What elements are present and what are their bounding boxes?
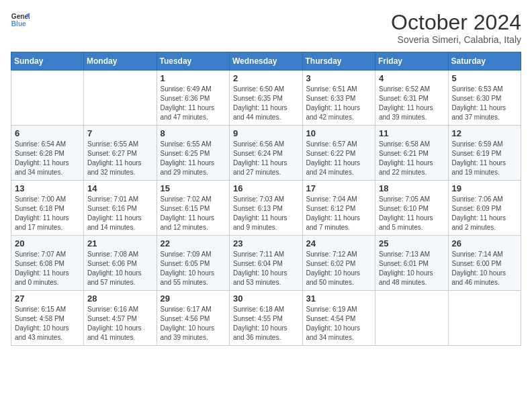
day-number: 26 — [452, 238, 518, 248]
calendar-cell: 3Sunrise: 6:51 AM Sunset: 6:33 PM Daylig… — [302, 71, 375, 126]
calendar-cell: 22Sunrise: 7:09 AM Sunset: 6:05 PM Dayli… — [157, 236, 230, 291]
day-detail: Sunrise: 7:06 AM Sunset: 6:09 PM Dayligh… — [452, 195, 518, 232]
logo-icon: General Blue — [11, 11, 30, 30]
day-number: 11 — [379, 128, 445, 138]
calendar-cell: 17Sunrise: 7:04 AM Sunset: 6:12 PM Dayli… — [302, 181, 375, 236]
day-detail: Sunrise: 7:00 AM Sunset: 6:18 PM Dayligh… — [15, 195, 80, 232]
header-saturday: Saturday — [448, 52, 521, 71]
day-detail: Sunrise: 7:04 AM Sunset: 6:12 PM Dayligh… — [306, 195, 372, 232]
calendar-cell: 25Sunrise: 7:13 AM Sunset: 6:01 PM Dayli… — [375, 236, 449, 291]
day-detail: Sunrise: 7:02 AM Sunset: 6:15 PM Dayligh… — [161, 195, 226, 232]
day-number: 8 — [161, 128, 226, 138]
calendar-header-row: SundayMondayTuesdayWednesdayThursdayFrid… — [11, 52, 521, 71]
calendar-cell: 23Sunrise: 7:11 AM Sunset: 6:04 PM Dayli… — [230, 236, 303, 291]
day-number: 27 — [15, 293, 80, 304]
day-detail: Sunrise: 6:52 AM Sunset: 6:31 PM Dayligh… — [379, 85, 445, 122]
calendar-cell: 24Sunrise: 7:12 AM Sunset: 6:02 PM Dayli… — [302, 236, 375, 291]
day-detail: Sunrise: 6:16 AM Sunset: 4:57 PM Dayligh… — [87, 305, 153, 342]
calendar-cell: 10Sunrise: 6:57 AM Sunset: 6:22 PM Dayli… — [302, 126, 375, 181]
day-detail: Sunrise: 7:03 AM Sunset: 6:13 PM Dayligh… — [233, 195, 299, 232]
day-detail: Sunrise: 6:15 AM Sunset: 4:58 PM Dayligh… — [15, 305, 80, 342]
day-detail: Sunrise: 7:09 AM Sunset: 6:05 PM Dayligh… — [161, 250, 226, 287]
day-detail: Sunrise: 6:50 AM Sunset: 6:35 PM Dayligh… — [233, 85, 299, 122]
day-number: 25 — [379, 238, 445, 248]
day-number: 23 — [233, 238, 299, 248]
day-number: 24 — [306, 238, 372, 248]
calendar-cell: 16Sunrise: 7:03 AM Sunset: 6:13 PM Dayli… — [230, 181, 303, 236]
day-number: 29 — [161, 293, 226, 304]
header-wednesday: Wednesday — [230, 52, 303, 71]
calendar-cell: 30Sunrise: 6:18 AM Sunset: 4:55 PM Dayli… — [230, 291, 303, 346]
week-row-0: 1Sunrise: 6:49 AM Sunset: 6:36 PM Daylig… — [11, 71, 521, 126]
day-number: 4 — [379, 73, 445, 83]
calendar-cell: 12Sunrise: 6:59 AM Sunset: 6:19 PM Dayli… — [448, 126, 521, 181]
day-number: 10 — [306, 128, 372, 138]
svg-text:Blue: Blue — [11, 20, 26, 28]
calendar-cell: 14Sunrise: 7:01 AM Sunset: 6:16 PM Dayli… — [84, 181, 157, 236]
day-number: 1 — [161, 73, 226, 83]
day-number: 20 — [15, 238, 80, 248]
calendar-cell: 15Sunrise: 7:02 AM Sunset: 6:15 PM Dayli… — [157, 181, 230, 236]
header-friday: Friday — [375, 52, 449, 71]
day-number: 16 — [233, 183, 299, 193]
day-number: 15 — [161, 183, 226, 193]
calendar-cell: 21Sunrise: 7:08 AM Sunset: 6:06 PM Dayli… — [84, 236, 157, 291]
logo: General Blue General Blue — [11, 11, 30, 30]
calendar-cell — [84, 71, 157, 126]
day-detail: Sunrise: 6:55 AM Sunset: 6:25 PM Dayligh… — [161, 140, 226, 177]
calendar-cell — [11, 71, 84, 126]
day-number: 22 — [161, 238, 226, 248]
day-number: 14 — [87, 183, 153, 193]
calendar-cell: 7Sunrise: 6:55 AM Sunset: 6:27 PM Daylig… — [84, 126, 157, 181]
header-tuesday: Tuesday — [157, 52, 230, 71]
calendar-cell: 9Sunrise: 6:56 AM Sunset: 6:24 PM Daylig… — [230, 126, 303, 181]
day-number: 6 — [15, 128, 80, 138]
day-detail: Sunrise: 7:01 AM Sunset: 6:16 PM Dayligh… — [87, 195, 153, 232]
day-detail: Sunrise: 7:13 AM Sunset: 6:01 PM Dayligh… — [379, 250, 445, 287]
calendar-cell: 2Sunrise: 6:50 AM Sunset: 6:35 PM Daylig… — [230, 71, 303, 126]
day-number: 21 — [87, 238, 153, 248]
calendar-cell: 31Sunrise: 6:19 AM Sunset: 4:54 PM Dayli… — [302, 291, 375, 346]
day-number: 31 — [306, 293, 372, 304]
calendar-cell: 8Sunrise: 6:55 AM Sunset: 6:25 PM Daylig… — [157, 126, 230, 181]
day-detail: Sunrise: 6:59 AM Sunset: 6:19 PM Dayligh… — [452, 140, 518, 177]
calendar-cell: 18Sunrise: 7:05 AM Sunset: 6:10 PM Dayli… — [375, 181, 449, 236]
day-detail: Sunrise: 6:18 AM Sunset: 4:55 PM Dayligh… — [233, 305, 299, 342]
day-number: 3 — [306, 73, 372, 83]
calendar-cell: 1Sunrise: 6:49 AM Sunset: 6:36 PM Daylig… — [157, 71, 230, 126]
calendar-cell: 5Sunrise: 6:53 AM Sunset: 6:30 PM Daylig… — [448, 71, 521, 126]
week-row-2: 13Sunrise: 7:00 AM Sunset: 6:18 PM Dayli… — [11, 181, 521, 236]
title-block: October 2024 Soveria Simeri, Calabria, I… — [391, 11, 521, 45]
calendar-cell: 29Sunrise: 6:17 AM Sunset: 4:56 PM Dayli… — [157, 291, 230, 346]
day-number: 2 — [233, 73, 299, 83]
calendar-body: 1Sunrise: 6:49 AM Sunset: 6:36 PM Daylig… — [11, 71, 521, 346]
calendar-cell: 13Sunrise: 7:00 AM Sunset: 6:18 PM Dayli… — [11, 181, 84, 236]
page-header: General Blue General Blue October 2024 S… — [11, 11, 521, 45]
day-number: 19 — [452, 183, 518, 193]
calendar-cell: 6Sunrise: 6:54 AM Sunset: 6:28 PM Daylig… — [11, 126, 84, 181]
day-detail: Sunrise: 6:19 AM Sunset: 4:54 PM Dayligh… — [306, 305, 372, 342]
day-detail: Sunrise: 6:49 AM Sunset: 6:36 PM Dayligh… — [161, 85, 226, 122]
day-detail: Sunrise: 6:58 AM Sunset: 6:21 PM Dayligh… — [379, 140, 445, 177]
day-detail: Sunrise: 6:51 AM Sunset: 6:33 PM Dayligh… — [306, 85, 372, 122]
calendar-cell: 20Sunrise: 7:07 AM Sunset: 6:08 PM Dayli… — [11, 236, 84, 291]
calendar-table: SundayMondayTuesdayWednesdayThursdayFrid… — [11, 52, 521, 346]
day-detail: Sunrise: 6:57 AM Sunset: 6:22 PM Dayligh… — [306, 140, 372, 177]
day-number: 9 — [233, 128, 299, 138]
day-detail: Sunrise: 7:12 AM Sunset: 6:02 PM Dayligh… — [306, 250, 372, 287]
day-number: 7 — [87, 128, 153, 138]
calendar-cell: 19Sunrise: 7:06 AM Sunset: 6:09 PM Dayli… — [448, 181, 521, 236]
day-number: 28 — [87, 293, 153, 304]
day-number: 5 — [452, 73, 518, 83]
day-detail: Sunrise: 7:08 AM Sunset: 6:06 PM Dayligh… — [87, 250, 153, 287]
calendar-cell: 4Sunrise: 6:52 AM Sunset: 6:31 PM Daylig… — [375, 71, 449, 126]
calendar-cell: 28Sunrise: 6:16 AM Sunset: 4:57 PM Dayli… — [84, 291, 157, 346]
day-number: 13 — [15, 183, 80, 193]
header-thursday: Thursday — [302, 52, 375, 71]
header-sunday: Sunday — [11, 52, 84, 71]
week-row-1: 6Sunrise: 6:54 AM Sunset: 6:28 PM Daylig… — [11, 126, 521, 181]
calendar-cell: 11Sunrise: 6:58 AM Sunset: 6:21 PM Dayli… — [375, 126, 449, 181]
header-monday: Monday — [84, 52, 157, 71]
day-number: 18 — [379, 183, 445, 193]
calendar-cell — [375, 291, 449, 346]
